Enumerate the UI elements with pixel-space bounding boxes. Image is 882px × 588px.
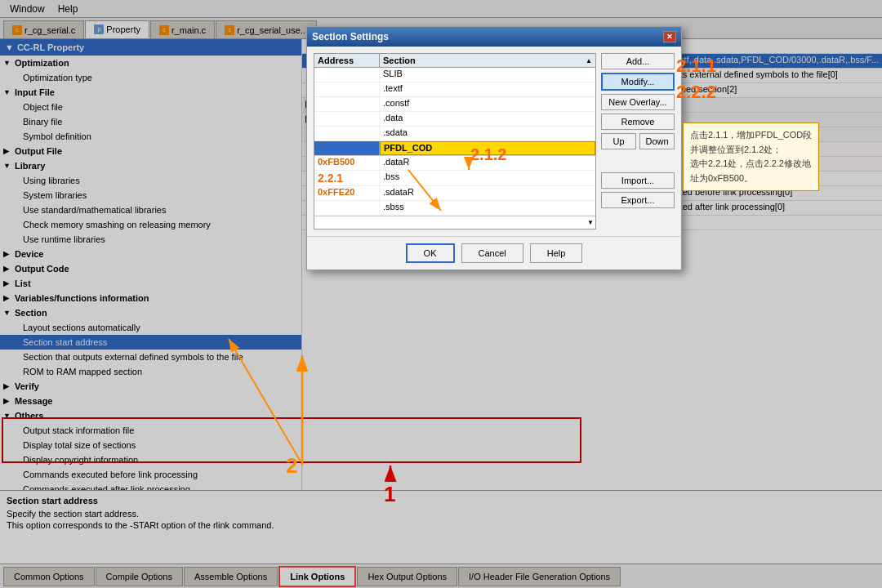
cell-address bbox=[314, 97, 380, 111]
help-button[interactable]: Help bbox=[530, 243, 583, 263]
cell-section: .sdata bbox=[380, 127, 595, 140]
table-header: Address Section ▲ bbox=[314, 54, 595, 68]
cell-section: .sbss bbox=[380, 201, 595, 215]
cell-section: .bss bbox=[380, 171, 595, 185]
import-button[interactable]: Import... bbox=[601, 172, 675, 189]
cell-section: .sdataR bbox=[380, 186, 595, 200]
ok-button[interactable]: OK bbox=[406, 243, 455, 263]
cell-section: .data bbox=[380, 112, 595, 126]
scroll-arrow-down[interactable]: ▼ bbox=[314, 216, 595, 229]
table-row-pfdl[interactable]: PFDL_COD bbox=[314, 141, 595, 156]
cell-address bbox=[314, 201, 380, 215]
col-header-section: Section bbox=[380, 54, 582, 67]
cell-section: PFDL_COD bbox=[380, 141, 595, 155]
main-window: Window Help c r_cg_serial.c p Property c… bbox=[0, 0, 882, 588]
cell-section: .constf bbox=[380, 97, 595, 111]
cell-address bbox=[314, 68, 380, 82]
down-button[interactable]: Down bbox=[639, 133, 675, 149]
table-row-data[interactable]: .data bbox=[314, 112, 595, 127]
dialog-title: Section Settings bbox=[312, 31, 389, 42]
table-row-textf[interactable]: .textf bbox=[314, 82, 595, 97]
add-button[interactable]: Add... bbox=[601, 53, 675, 69]
section-table-scroll[interactable]: SLIB .textf .constf .data bbox=[314, 68, 595, 216]
table-row-slib[interactable]: SLIB bbox=[314, 68, 595, 82]
cell-address bbox=[314, 112, 380, 126]
cell-address bbox=[314, 127, 380, 140]
table-row-bss[interactable]: 2.2.1 .bss bbox=[314, 171, 595, 186]
up-button[interactable]: Up bbox=[601, 133, 636, 149]
close-button[interactable]: ✕ bbox=[663, 31, 676, 42]
spacer bbox=[601, 153, 675, 169]
cell-address: 0xFFE20 bbox=[314, 186, 380, 200]
cell-section: .dataR bbox=[380, 156, 595, 170]
cancel-button[interactable]: Cancel bbox=[461, 243, 523, 263]
modify-button[interactable]: Modify... bbox=[601, 73, 675, 91]
table-row-sdata[interactable]: .sdata bbox=[314, 127, 595, 141]
cell-address: 2.2.1 bbox=[314, 171, 380, 185]
dialog-body: Address Section ▲ SLIB .textf bbox=[307, 47, 681, 236]
section-settings-dialog: Section Settings ✕ Address Section ▲ bbox=[306, 26, 682, 270]
col-header-address: Address bbox=[314, 54, 380, 67]
cell-section: .textf bbox=[380, 82, 595, 96]
table-row-sbss[interactable]: .sbss bbox=[314, 201, 595, 216]
dialog-right-buttons: Add... Modify... New Overlay... Remove U… bbox=[601, 53, 675, 229]
cell-address: 0xFB500 bbox=[314, 156, 380, 170]
remove-button[interactable]: Remove bbox=[601, 114, 675, 130]
dialog-overlay: Section Settings ✕ Address Section ▲ bbox=[0, 0, 882, 588]
table-row-constf[interactable]: .constf bbox=[314, 97, 595, 112]
new-overlay-button[interactable]: New Overlay... bbox=[601, 94, 675, 110]
dialog-bottom: OK Cancel Help bbox=[307, 236, 681, 270]
cell-address bbox=[314, 82, 380, 96]
dialog-title-bar: Section Settings ✕ bbox=[307, 27, 681, 47]
section-table-container: Address Section ▲ SLIB .textf bbox=[314, 53, 596, 229]
scroll-arrow-up[interactable]: ▲ bbox=[582, 54, 595, 67]
cell-section: SLIB bbox=[380, 68, 595, 82]
export-button[interactable]: Export... bbox=[601, 192, 675, 208]
updown-buttons: Up Down bbox=[601, 133, 675, 149]
table-row-sdataR[interactable]: 0xFFE20 .sdataR bbox=[314, 186, 595, 201]
table-row-dataR[interactable]: 0xFB500 .dataR bbox=[314, 156, 595, 171]
cell-address bbox=[314, 141, 380, 155]
